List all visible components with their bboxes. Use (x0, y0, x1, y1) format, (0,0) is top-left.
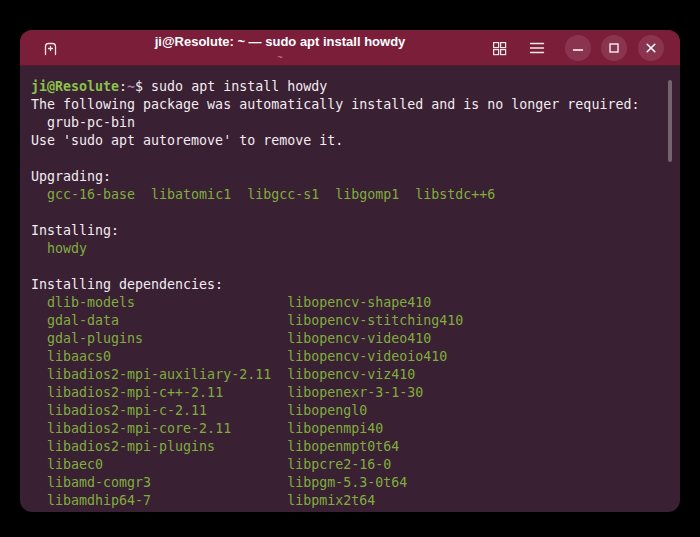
hamburger-menu-icon (529, 41, 545, 55)
window-subtitle: ~ (80, 52, 480, 62)
window-title-block: ji@Resolute: ~ — sudo apt install howdy … (80, 34, 480, 62)
terminal-line: libadios2-mpi-plugins libopenmpt0t64 (31, 438, 670, 456)
window-title: ji@Resolute: ~ — sudo apt install howdy (80, 34, 480, 50)
terminal-output[interactable]: ji@Resolute:~$ sudo apt install howdyThe… (20, 67, 680, 512)
terminal-line: Use 'sudo apt autoremove' to remove it. (31, 132, 670, 150)
terminal-line: gdal-data libopencv-stitching410 (31, 312, 670, 330)
terminal-line: libamdhip64-7 libpmix2t64 (31, 492, 670, 510)
new-tab-button[interactable] (36, 30, 64, 66)
maximize-icon (608, 42, 620, 54)
terminal-line: howdy (31, 240, 670, 258)
terminal-line: libaec0 libpcre2-16-0 (31, 456, 670, 474)
terminal-line: Installing: (31, 222, 670, 240)
terminal-line (31, 258, 670, 276)
terminal-line (31, 204, 670, 222)
close-button[interactable] (638, 35, 664, 61)
terminal-line: ji@Resolute:~$ sudo apt install howdy (31, 78, 670, 96)
terminal-line: grub-pc-bin (31, 114, 670, 132)
minimize-button[interactable] (565, 35, 591, 61)
terminal-line: libadios2-mpi-core-2.11 libopenmpi40 (31, 420, 670, 438)
titlebar[interactable]: ji@Resolute: ~ — sudo apt install howdy … (20, 30, 680, 66)
terminal-line: dlib-models libopencv-shape410 (31, 294, 670, 312)
new-tab-icon (42, 40, 59, 57)
terminal-line: libadios2-mpi-auxiliary-2.11 libopencv-v… (31, 366, 670, 384)
terminal-line: libadios2-mpi-c-2.11 libopengl0 (31, 402, 670, 420)
terminal-line: Upgrading: (31, 168, 670, 186)
terminal-line: Installing dependencies: (31, 276, 670, 294)
terminal-line: libaacs0 libopencv-videoio410 (31, 348, 670, 366)
terminal-window: ji@Resolute: ~ — sudo apt install howdy … (20, 30, 680, 512)
terminal-line: gcc-16-base libatomic1 libgcc-s1 libgomp… (31, 186, 670, 204)
maximize-button[interactable] (601, 35, 627, 61)
tabs-overview-button[interactable] (486, 30, 512, 66)
terminal-line: libadios2-mpi-c++-2.11 libopenexr-3-1-30 (31, 384, 670, 402)
close-icon (645, 42, 657, 54)
terminal-line: libamd-comgr3 libpgm-5.3-0t64 (31, 474, 670, 492)
terminal-line: gdal-plugins libopencv-video410 (31, 330, 670, 348)
menu-button[interactable] (524, 30, 550, 66)
terminal-line (31, 150, 670, 168)
scrollbar-thumb[interactable] (668, 80, 672, 162)
minimize-icon (572, 42, 584, 54)
tabs-grid-icon (492, 41, 507, 56)
terminal-line: The following package was automatically … (31, 96, 670, 114)
